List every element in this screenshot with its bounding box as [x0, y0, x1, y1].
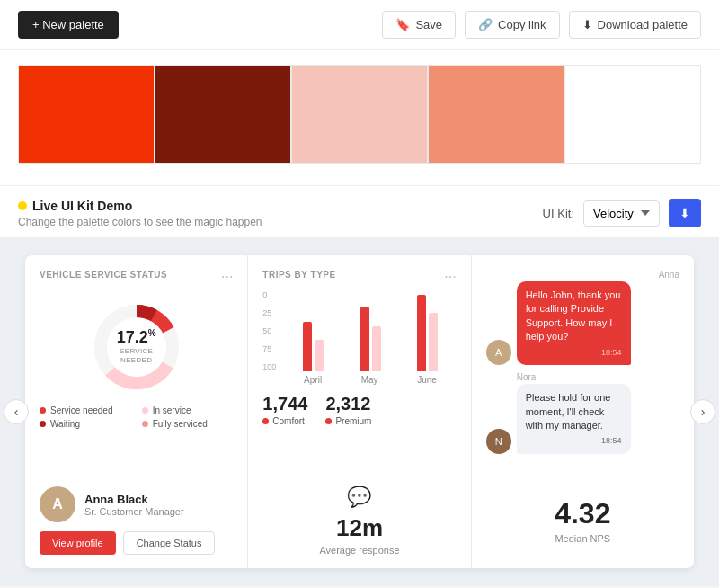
profile-avatar: A — [40, 486, 75, 522]
nps-value: 4.32 — [486, 497, 679, 530]
chat-bubble-wrap: NoraPlease hold for one moment, I'll che… — [517, 372, 679, 454]
legend-dot — [40, 421, 46, 427]
vehicle-service-card: VEHICLE SERVICE STATUS ··· — [25, 255, 247, 473]
bar — [315, 340, 324, 371]
stat-label: Comfort — [262, 416, 307, 426]
y-axis: 1007550250 — [262, 290, 276, 371]
trips-card-title: TRIPS BY TYPE — [262, 270, 335, 280]
top-bar: + New palette 🔖 Save 🔗 Copy link ⬇ Downl… — [0, 0, 719, 50]
vehicle-card-title: VEHICLE SERVICE STATUS — [40, 270, 167, 280]
bar-group — [399, 295, 457, 371]
trips-card-menu[interactable]: ··· — [444, 270, 456, 284]
y-axis-tick: 50 — [262, 326, 276, 335]
legend-item: In service — [142, 405, 234, 415]
profile-card: A Anna Black Sr. Customer Manager View p… — [25, 473, 247, 568]
stat-value: 2,312 — [325, 394, 371, 414]
legend-text: Fully serviced — [153, 419, 208, 429]
new-palette-button[interactable]: + New palette — [18, 11, 119, 39]
ui-kit-dropdown[interactable]: VelocityModernClassic — [583, 200, 660, 227]
bar — [429, 313, 438, 371]
bar-chart-container: 1007550250 AprilMayJune — [262, 290, 456, 385]
bar — [372, 326, 381, 371]
y-axis-tick: 25 — [262, 308, 276, 317]
bar-labels: AprilMayJune — [284, 375, 456, 385]
legend-dot — [142, 421, 148, 427]
legend-item: Fully serviced — [142, 419, 234, 429]
profile-role: Sr. Customer Manager — [84, 506, 184, 517]
save-button[interactable]: 🔖 Save — [382, 11, 456, 39]
color-swatches — [18, 65, 701, 164]
nps-label: Median NPS — [486, 533, 679, 544]
demo-area: ‹ › VEHICLE SERVICE STATUS ··· — [0, 237, 719, 586]
donut-chart: 17.2% SERVICENEEDED — [87, 298, 186, 396]
bar-axis-label: April — [304, 375, 322, 385]
response-label: Average response — [262, 545, 456, 556]
palette-section — [0, 50, 719, 185]
vehicle-card-menu[interactable]: ··· — [221, 270, 233, 284]
link-icon: 🔗 — [478, 18, 493, 31]
legend-dot — [40, 407, 46, 414]
donut-center-text: 17.2% SERVICENEEDED — [117, 328, 156, 366]
bar-stat: 1,744 Comfort — [262, 394, 307, 426]
live-demo-subtitle: Change the palette colors to see the mag… — [18, 216, 262, 228]
bar-stats: 1,744 Comfort 2,312 Premium — [262, 394, 456, 426]
bar-chart-grid — [284, 290, 456, 371]
profile-buttons: View profile Change Status — [40, 531, 233, 555]
ui-kit-selector: UI Kit: VelocityModernClassic ⬇ — [543, 199, 701, 227]
profile-info: A Anna Black Sr. Customer Manager — [40, 486, 233, 522]
live-demo-left: Live UI Kit Demo Change the palette colo… — [18, 199, 262, 228]
profile-name: Anna Black — [84, 493, 184, 506]
nps-card: 4.32 Median NPS — [472, 473, 694, 568]
change-status-button[interactable]: Change Status — [123, 531, 216, 555]
response-value: 12m — [262, 514, 456, 542]
color-swatch-2[interactable] — [155, 65, 291, 164]
stat-label: Premium — [325, 416, 371, 426]
y-axis-tick: 100 — [262, 362, 276, 371]
live-demo-section: Live UI Kit Demo Change the palette colo… — [0, 185, 719, 237]
ui-kit-label: UI Kit: — [543, 207, 574, 220]
live-indicator — [18, 201, 27, 210]
bar — [360, 307, 369, 371]
download-icon: ⬇ — [582, 18, 592, 31]
color-swatch-3[interactable] — [291, 65, 428, 164]
bar-group — [284, 322, 342, 371]
copy-link-button[interactable]: 🔗 Copy link — [465, 11, 559, 39]
vehicle-legend: Service neededIn serviceWaitingFully ser… — [40, 405, 233, 429]
kit-download-button[interactable]: ⬇ — [669, 199, 701, 227]
bar-axis-label: May — [361, 375, 378, 385]
legend-dot — [142, 407, 148, 414]
donut-chart-area: 17.2% SERVICENEEDED — [40, 298, 233, 396]
y-axis-tick: 75 — [262, 344, 276, 353]
chat-avatar: N — [486, 429, 511, 454]
legend-item: Waiting — [40, 419, 131, 429]
chat-bubble: Please hold for one moment, I'll check w… — [517, 384, 631, 454]
chat-messages: AnnaHello John, thank you for calling Pr… — [486, 270, 679, 459]
bar — [417, 295, 426, 371]
bar-stat: 2,312 Premium — [325, 394, 371, 426]
stat-dot — [262, 418, 269, 424]
chat-bubble-wrap: AnnaHello John, thank you for calling Pr… — [517, 270, 679, 365]
legend-text: In service — [153, 405, 191, 415]
color-swatch-4[interactable] — [428, 65, 564, 164]
dashboard: VEHICLE SERVICE STATUS ··· — [25, 255, 694, 568]
top-actions: 🔖 Save 🔗 Copy link ⬇ Download palette — [382, 11, 701, 39]
carousel-prev-button[interactable]: ‹ — [4, 399, 29, 424]
view-profile-button[interactable]: View profile — [40, 531, 116, 555]
dashboard-top-row: VEHICLE SERVICE STATUS ··· — [25, 255, 694, 473]
color-swatch-5[interactable] — [564, 65, 701, 164]
dashboard-bottom-row: A Anna Black Sr. Customer Manager View p… — [25, 473, 694, 568]
trips-card: TRIPS BY TYPE ··· 1007550250 AprilMayJun… — [248, 255, 470, 473]
download-palette-button[interactable]: ⬇ Download palette — [569, 11, 701, 39]
bar-axis-label: June — [417, 375, 437, 385]
color-swatch-1[interactable] — [18, 65, 155, 164]
legend-text: Waiting — [50, 419, 80, 429]
stat-value: 1,744 — [262, 394, 307, 414]
save-icon: 🔖 — [395, 18, 410, 31]
bar — [303, 322, 312, 371]
average-response-card: 💬 12m Average response — [248, 473, 470, 568]
chat-sender-name: Anna — [517, 270, 679, 280]
profile-text: Anna Black Sr. Customer Manager — [84, 493, 184, 517]
stat-dot — [325, 418, 332, 424]
response-icon: 💬 — [262, 486, 456, 509]
carousel-next-button[interactable]: › — [690, 399, 715, 424]
